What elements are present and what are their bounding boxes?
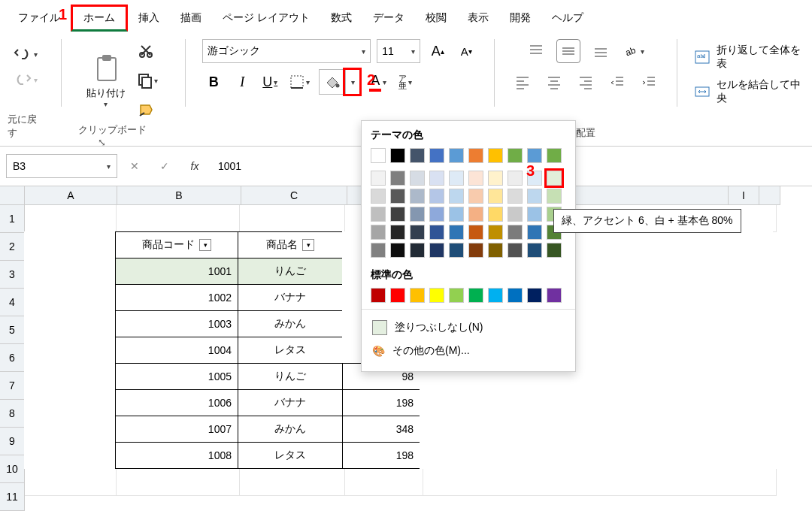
table-header-code[interactable]: 商品コード▾ xyxy=(115,231,238,258)
menu-pagelayout[interactable]: ページ レイアウト xyxy=(212,7,320,29)
color-swatch[interactable] xyxy=(390,225,405,240)
color-swatch[interactable] xyxy=(371,225,386,240)
fx-button[interactable]: fx xyxy=(183,155,206,177)
menu-help[interactable]: ヘルプ xyxy=(541,7,594,29)
color-swatch[interactable] xyxy=(449,225,464,240)
color-swatch[interactable] xyxy=(410,207,425,222)
phonetic-button[interactable]: ア亜▾ xyxy=(395,71,415,93)
color-swatch[interactable] xyxy=(371,171,386,186)
menu-insert[interactable]: 挿入 xyxy=(128,7,170,29)
underline-button[interactable]: U▾ xyxy=(259,71,280,93)
merge-cells-button[interactable]: セルを結合して中央 xyxy=(694,78,804,105)
color-swatch[interactable] xyxy=(547,243,562,258)
row-header[interactable]: 10 xyxy=(0,455,25,483)
color-swatch[interactable] xyxy=(410,148,425,163)
color-swatch[interactable] xyxy=(468,189,483,204)
color-swatch[interactable] xyxy=(468,148,483,163)
row-header[interactable]: 11 xyxy=(0,483,25,511)
color-swatch[interactable] xyxy=(410,225,425,240)
cell[interactable] xyxy=(117,205,240,232)
col-header[interactable]: C xyxy=(241,186,347,205)
menu-review[interactable]: 校閲 xyxy=(415,7,457,29)
color-swatch[interactable] xyxy=(410,288,425,303)
color-swatch[interactable] xyxy=(508,207,523,222)
cell[interactable] xyxy=(24,442,116,469)
cell[interactable]: 1008 xyxy=(115,442,238,469)
cell[interactable]: 1004 xyxy=(115,337,238,364)
cell[interactable] xyxy=(240,205,345,232)
decrease-indent-button[interactable] xyxy=(606,71,629,93)
color-swatch[interactable] xyxy=(390,288,405,303)
cell[interactable] xyxy=(24,258,116,285)
redo-button[interactable]: ▾ xyxy=(9,69,42,90)
cell[interactable] xyxy=(24,284,116,311)
increase-indent-button[interactable] xyxy=(638,71,660,93)
decrease-font-button[interactable]: A▾ xyxy=(455,40,477,62)
color-swatch[interactable] xyxy=(527,288,542,303)
color-swatch[interactable] xyxy=(468,225,483,240)
clipboard-launcher[interactable]: ⤡ xyxy=(98,137,106,148)
color-swatch[interactable] xyxy=(488,288,503,303)
align-center-button[interactable] xyxy=(543,71,565,93)
row-header[interactable]: 3 xyxy=(0,261,25,289)
color-swatch[interactable] xyxy=(449,189,464,204)
row-header[interactable]: 5 xyxy=(0,316,25,344)
col-header[interactable]: B xyxy=(117,186,241,205)
color-swatch[interactable] xyxy=(429,243,444,258)
confirm-button[interactable]: ✓ xyxy=(153,155,176,177)
cell[interactable] xyxy=(25,469,117,496)
color-swatch[interactable] xyxy=(410,171,425,186)
cell[interactable] xyxy=(25,205,117,232)
color-swatch[interactable] xyxy=(488,207,503,222)
copy-button[interactable]: ▾ xyxy=(135,69,161,92)
cell[interactable]: 1006 xyxy=(115,389,238,416)
color-swatch[interactable] xyxy=(508,171,523,186)
color-swatch[interactable] xyxy=(488,148,503,163)
color-swatch[interactable] xyxy=(468,171,483,186)
cell[interactable]: 1005 xyxy=(115,363,238,390)
menu-view[interactable]: 表示 xyxy=(457,7,499,29)
font-name-combo[interactable]: 游ゴシック▾ xyxy=(202,39,371,63)
col-header[interactable]: A xyxy=(25,186,117,205)
color-swatch[interactable] xyxy=(527,148,542,163)
menu-developer[interactable]: 開発 xyxy=(499,7,541,29)
cell[interactable] xyxy=(24,416,116,443)
color-swatch[interactable] xyxy=(410,243,425,258)
cell[interactable]: 198 xyxy=(342,389,420,416)
bold-button[interactable]: B xyxy=(202,71,225,93)
bucket-icon[interactable] xyxy=(320,70,345,94)
row-header[interactable]: 6 xyxy=(0,344,25,372)
color-swatch[interactable] xyxy=(488,243,503,258)
color-swatch[interactable] xyxy=(371,207,386,222)
cell[interactable]: りんご xyxy=(238,363,343,390)
color-swatch[interactable] xyxy=(429,171,444,186)
cell-c3[interactable]: りんご xyxy=(238,258,343,285)
color-swatch[interactable] xyxy=(468,207,483,222)
cell[interactable] xyxy=(24,337,116,364)
select-all-corner[interactable] xyxy=(0,186,25,205)
align-middle-button[interactable] xyxy=(556,39,580,63)
cell[interactable] xyxy=(24,231,116,258)
color-swatch[interactable] xyxy=(449,171,464,186)
name-box[interactable]: B3▾ xyxy=(6,154,117,178)
italic-button[interactable]: I xyxy=(231,71,253,93)
cell[interactable] xyxy=(24,363,116,390)
color-swatch[interactable] xyxy=(508,225,523,240)
color-swatch[interactable] xyxy=(508,243,523,258)
color-swatch[interactable] xyxy=(468,288,483,303)
color-swatch[interactable] xyxy=(527,189,542,204)
cell[interactable] xyxy=(24,310,116,337)
color-swatch[interactable] xyxy=(390,148,405,163)
color-swatch[interactable] xyxy=(371,288,386,303)
color-swatch[interactable] xyxy=(449,243,464,258)
more-colors-item[interactable]: 🎨その他の色(M)... xyxy=(371,340,566,362)
font-size-combo[interactable]: 11▾ xyxy=(377,39,420,63)
cell[interactable] xyxy=(24,389,116,416)
cell[interactable]: 1007 xyxy=(115,416,238,443)
color-swatch[interactable] xyxy=(371,189,386,204)
color-swatch[interactable] xyxy=(371,243,386,258)
cell[interactable] xyxy=(240,469,345,496)
undo-button[interactable]: ▾ xyxy=(9,44,42,65)
increase-font-button[interactable]: A▴ xyxy=(426,40,449,62)
cell[interactable]: 348 xyxy=(342,416,420,443)
